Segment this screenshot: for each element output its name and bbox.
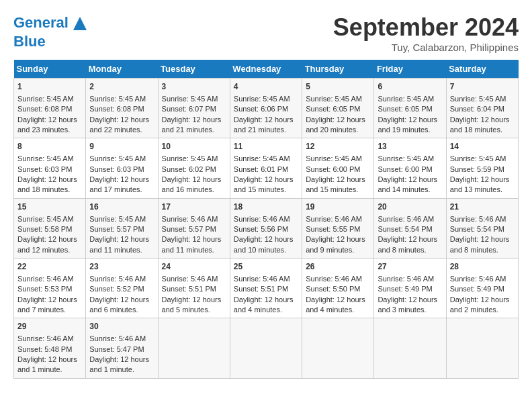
calendar-cell: 27Sunrise: 5:46 AMSunset: 5:49 PMDayligh… (374, 259, 446, 318)
calendar-cell: 28Sunrise: 5:46 AMSunset: 5:49 PMDayligh… (446, 259, 518, 318)
calendar-cell: 4Sunrise: 5:45 AMSunset: 6:06 PMDaylight… (230, 79, 302, 138)
day-number: 26 (306, 261, 370, 273)
day-number: 4 (234, 81, 298, 93)
daylight: Daylight: 12 hours and 8 minutes. (450, 235, 510, 253)
sunrise: Sunrise: 5:45 AM (17, 215, 74, 223)
day-number: 3 (162, 81, 226, 93)
day-number: 9 (89, 141, 154, 152)
day-number: 28 (450, 261, 515, 273)
day-number: 19 (306, 201, 370, 213)
calendar-cell: 30Sunrise: 5:46 AMSunset: 5:47 PMDayligh… (86, 318, 158, 378)
day-number: 27 (378, 261, 442, 273)
day-number: 1 (17, 81, 82, 93)
sunrise: Sunrise: 5:45 AM (162, 154, 218, 163)
sunrise: Sunrise: 5:46 AM (378, 215, 434, 223)
daylight: Daylight: 12 hours and 11 minutes. (162, 235, 222, 253)
calendar-cell: 22Sunrise: 5:46 AMSunset: 5:53 PMDayligh… (14, 259, 86, 318)
daylight: Daylight: 12 hours and 21 minutes. (162, 116, 222, 134)
sunrise: Sunrise: 5:46 AM (89, 334, 146, 342)
sunset: Sunset: 5:56 PM (234, 225, 288, 233)
daylight: Daylight: 12 hours and 21 minutes. (234, 116, 294, 134)
sunset: Sunset: 6:06 PM (234, 105, 288, 113)
sunset: Sunset: 5:49 PM (378, 285, 432, 293)
daylight: Daylight: 12 hours and 11 minutes. (89, 235, 149, 253)
sunrise: Sunrise: 5:46 AM (17, 275, 74, 283)
sunrise: Sunrise: 5:45 AM (17, 154, 74, 163)
header-tuesday: Tuesday (158, 60, 230, 79)
sunset: Sunset: 6:04 PM (450, 105, 504, 113)
sunset: Sunset: 6:03 PM (17, 165, 72, 173)
sunset: Sunset: 6:02 PM (162, 165, 216, 173)
sunrise: Sunrise: 5:46 AM (162, 275, 218, 283)
sunrise: Sunrise: 5:46 AM (89, 275, 146, 283)
weekday-header-row: Sunday Monday Tuesday Wednesday Thursday… (14, 60, 519, 79)
day-number: 10 (162, 141, 226, 152)
sunset: Sunset: 5:57 PM (89, 225, 144, 233)
sunset: Sunset: 5:48 PM (17, 345, 72, 353)
calendar-row: 29Sunrise: 5:46 AMSunset: 5:48 PMDayligh… (14, 318, 519, 378)
calendar-cell: 19Sunrise: 5:46 AMSunset: 5:55 PMDayligh… (302, 198, 374, 258)
calendar-cell: 3Sunrise: 5:45 AMSunset: 6:07 PMDaylight… (158, 79, 230, 138)
calendar-cell: 11Sunrise: 5:45 AMSunset: 6:01 PMDayligh… (230, 138, 302, 198)
sunrise: Sunrise: 5:45 AM (89, 215, 146, 223)
sunset: Sunset: 5:51 PM (162, 285, 216, 293)
daylight: Daylight: 12 hours and 5 minutes. (162, 295, 222, 314)
calendar-cell: 29Sunrise: 5:46 AMSunset: 5:48 PMDayligh… (14, 318, 86, 378)
daylight: Daylight: 12 hours and 4 minutes. (234, 295, 294, 314)
daylight: Daylight: 12 hours and 16 minutes. (162, 175, 222, 193)
daylight: Daylight: 12 hours and 13 minutes. (450, 175, 510, 193)
location: Tuy, Calabarzon, Philippines (333, 42, 519, 53)
day-number: 23 (89, 261, 154, 273)
calendar-cell: 7Sunrise: 5:45 AMSunset: 6:04 PMDaylight… (446, 79, 518, 138)
sunrise: Sunrise: 5:45 AM (89, 95, 146, 103)
sunrise: Sunrise: 5:45 AM (450, 154, 506, 163)
month-title: September 2024 (333, 13, 519, 42)
daylight: Daylight: 12 hours and 8 minutes. (378, 235, 437, 253)
sunset: Sunset: 6:03 PM (89, 165, 144, 173)
svg-marker-0 (73, 17, 87, 30)
day-number: 13 (378, 141, 442, 152)
sunset: Sunset: 6:08 PM (89, 105, 144, 113)
day-number: 5 (306, 81, 370, 93)
daylight: Daylight: 12 hours and 18 minutes. (17, 175, 77, 193)
sunset: Sunset: 5:50 PM (306, 285, 360, 293)
calendar-cell: 12Sunrise: 5:45 AMSunset: 6:00 PMDayligh… (302, 138, 374, 198)
sunset: Sunset: 5:52 PM (89, 285, 144, 293)
day-number: 12 (306, 141, 370, 152)
sunrise: Sunrise: 5:46 AM (162, 215, 218, 223)
sunrise: Sunrise: 5:46 AM (306, 215, 362, 223)
sunrise: Sunrise: 5:45 AM (306, 154, 362, 163)
sunset: Sunset: 5:54 PM (450, 225, 504, 233)
sunset: Sunset: 6:08 PM (17, 105, 72, 113)
daylight: Daylight: 12 hours and 14 minutes. (378, 175, 437, 193)
daylight: Daylight: 12 hours and 12 minutes. (17, 235, 77, 253)
sunset: Sunset: 5:53 PM (17, 285, 72, 293)
sunrise: Sunrise: 5:46 AM (450, 215, 506, 223)
sunset: Sunset: 5:59 PM (450, 165, 504, 173)
daylight: Daylight: 12 hours and 18 minutes. (450, 116, 510, 134)
sunrise: Sunrise: 5:45 AM (89, 154, 146, 163)
logo-text: General (13, 13, 90, 34)
calendar-cell: 5Sunrise: 5:45 AMSunset: 6:05 PMDaylight… (302, 79, 374, 138)
sunrise: Sunrise: 5:46 AM (17, 334, 74, 342)
calendar-cell: 26Sunrise: 5:46 AMSunset: 5:50 PMDayligh… (302, 259, 374, 318)
day-number: 24 (162, 261, 226, 273)
daylight: Daylight: 12 hours and 22 minutes. (89, 116, 149, 134)
calendar-cell: 16Sunrise: 5:45 AMSunset: 5:57 PMDayligh… (86, 198, 158, 258)
header-wednesday: Wednesday (230, 60, 302, 79)
calendar-row: 15Sunrise: 5:45 AMSunset: 5:58 PMDayligh… (14, 198, 519, 258)
sunset: Sunset: 6:05 PM (378, 105, 432, 113)
calendar-cell: 21Sunrise: 5:46 AMSunset: 5:54 PMDayligh… (446, 198, 518, 258)
daylight: Daylight: 12 hours and 2 minutes. (450, 295, 510, 314)
sunset: Sunset: 5:57 PM (162, 225, 216, 233)
header-friday: Friday (374, 60, 446, 79)
sunrise: Sunrise: 5:46 AM (234, 275, 290, 283)
daylight: Daylight: 12 hours and 19 minutes. (378, 116, 437, 134)
logo-text2: Blue (13, 34, 90, 50)
calendar-cell (302, 318, 374, 378)
daylight: Daylight: 12 hours and 23 minutes. (17, 116, 77, 134)
daylight: Daylight: 12 hours and 10 minutes. (234, 235, 294, 253)
sunset: Sunset: 5:55 PM (306, 225, 360, 233)
sunset: Sunset: 6:07 PM (162, 105, 216, 113)
sunset: Sunset: 5:51 PM (234, 285, 288, 293)
